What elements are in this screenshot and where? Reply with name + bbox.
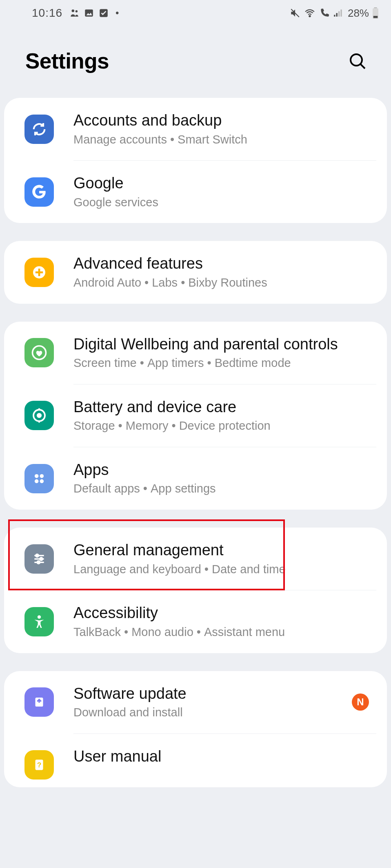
row-title: User manual xyxy=(73,747,376,766)
teams-icon xyxy=(69,8,80,18)
svg-rect-2 xyxy=(85,9,93,16)
image-icon xyxy=(84,8,94,18)
row-title: Apps xyxy=(73,460,376,480)
row-sub: Manage accounts•Smart Switch xyxy=(73,132,376,148)
row-sub: Language and keyboard•Date and time xyxy=(73,562,376,577)
update-icon xyxy=(24,687,54,717)
svg-rect-13 xyxy=(373,16,378,18)
person-icon xyxy=(24,607,54,636)
svg-point-25 xyxy=(40,479,44,483)
svg-rect-18 xyxy=(36,272,43,274)
svg-point-21 xyxy=(37,413,42,418)
heart-icon xyxy=(24,338,54,367)
svg-rect-11 xyxy=(374,7,377,8)
check-icon xyxy=(98,8,109,18)
row-title: General management xyxy=(73,541,376,560)
svg-point-29 xyxy=(40,557,43,560)
row-sub xyxy=(73,768,376,783)
row-user-manual[interactable]: ? User manual xyxy=(4,734,387,787)
call-icon xyxy=(319,8,330,18)
row-text: General management Language and keyboard… xyxy=(73,541,376,577)
wifi-icon xyxy=(304,8,316,18)
svg-point-24 xyxy=(35,479,39,483)
row-digital-wellbeing[interactable]: Digital Wellbeing and parental controls … xyxy=(4,322,387,384)
svg-text:?: ? xyxy=(37,761,42,769)
row-sub: TalkBack•Mono audio•Assistant menu xyxy=(73,625,376,640)
sliders-icon xyxy=(24,544,54,574)
group-general: General management Language and keyboard… xyxy=(4,528,387,653)
notification-badge: N xyxy=(352,694,369,711)
status-bar: 10:16 • 28% xyxy=(0,0,391,26)
group-update: Software update Download and install N ?… xyxy=(4,671,387,787)
battery-percent: 28% xyxy=(348,7,369,20)
svg-line-15 xyxy=(361,64,365,68)
row-apps[interactable]: Apps Default apps•App settings xyxy=(4,447,387,510)
svg-point-14 xyxy=(351,54,362,66)
row-sub: Screen time•App timers•Bedtime mode xyxy=(73,356,376,371)
svg-point-22 xyxy=(35,474,39,478)
dot-icon: • xyxy=(116,7,119,19)
svg-point-27 xyxy=(36,554,39,557)
row-advanced-features[interactable]: Advanced features Android Auto•Labs•Bixb… xyxy=(4,241,387,303)
mute-icon xyxy=(290,8,300,18)
group-device: Digital Wellbeing and parental controls … xyxy=(4,322,387,510)
row-title: Software update xyxy=(73,684,352,704)
row-text: User manual xyxy=(73,747,376,783)
row-sub: Default apps•App settings xyxy=(73,481,376,497)
target-icon xyxy=(24,401,54,430)
page-title: Settings xyxy=(25,49,109,73)
google-icon xyxy=(24,177,54,207)
row-software-update[interactable]: Software update Download and install N xyxy=(4,671,387,733)
row-text: Battery and device care Storage•Memory•D… xyxy=(73,398,376,434)
battery-icon xyxy=(372,7,379,19)
row-sub: Android Auto•Labs•Bixby Routines xyxy=(73,275,376,291)
row-sub: Storage•Memory•Device protection xyxy=(73,418,376,434)
status-left: 10:16 • xyxy=(32,7,119,20)
book-icon: ? xyxy=(24,750,54,780)
svg-point-0 xyxy=(72,9,75,12)
signal-icon xyxy=(333,8,344,18)
row-text: Digital Wellbeing and parental controls … xyxy=(73,335,376,371)
row-title: Google xyxy=(73,174,376,193)
row-general-management[interactable]: General management Language and keyboard… xyxy=(4,528,387,590)
row-sub: Google services xyxy=(73,195,376,210)
status-right: 28% xyxy=(290,7,379,20)
row-text: Software update Download and install xyxy=(73,684,352,720)
svg-rect-7 xyxy=(334,15,335,16)
svg-point-6 xyxy=(309,15,310,17)
row-title: Digital Wellbeing and parental controls xyxy=(73,335,376,354)
row-sub: Download and install xyxy=(73,705,352,720)
row-text: Accessibility TalkBack•Mono audio•Assist… xyxy=(73,603,376,640)
row-title: Advanced features xyxy=(73,254,376,274)
svg-point-1 xyxy=(76,10,78,12)
svg-point-32 xyxy=(38,615,41,618)
row-battery-device-care[interactable]: Battery and device care Storage•Memory•D… xyxy=(4,384,387,447)
svg-rect-9 xyxy=(338,11,340,17)
row-google[interactable]: Google Google services xyxy=(4,161,387,223)
plus-icon xyxy=(24,258,54,287)
status-time: 10:16 xyxy=(32,7,62,20)
row-text: Advanced features Android Auto•Labs•Bixb… xyxy=(73,254,376,290)
row-accessibility[interactable]: Accessibility TalkBack•Mono audio•Assist… xyxy=(4,590,387,653)
row-text: Apps Default apps•App settings xyxy=(73,460,376,497)
svg-rect-8 xyxy=(336,13,338,17)
row-text: Accounts and backup Manage accounts•Smar… xyxy=(73,111,376,147)
group-accounts: Accounts and backup Manage accounts•Smar… xyxy=(4,98,387,223)
row-title: Accessibility xyxy=(73,603,376,623)
row-accounts-backup[interactable]: Accounts and backup Manage accounts•Smar… xyxy=(4,98,387,160)
svg-point-23 xyxy=(40,474,44,478)
sync-icon xyxy=(24,115,54,144)
dots-icon xyxy=(24,464,54,493)
row-title: Accounts and backup xyxy=(73,111,376,130)
row-title: Battery and device care xyxy=(73,398,376,417)
svg-point-31 xyxy=(37,561,40,564)
group-advanced: Advanced features Android Auto•Labs•Bixb… xyxy=(4,241,387,303)
header: Settings xyxy=(0,26,391,98)
svg-rect-10 xyxy=(340,9,342,16)
search-button[interactable] xyxy=(348,51,367,71)
row-text: Google Google services xyxy=(73,174,376,210)
search-icon xyxy=(348,51,367,71)
